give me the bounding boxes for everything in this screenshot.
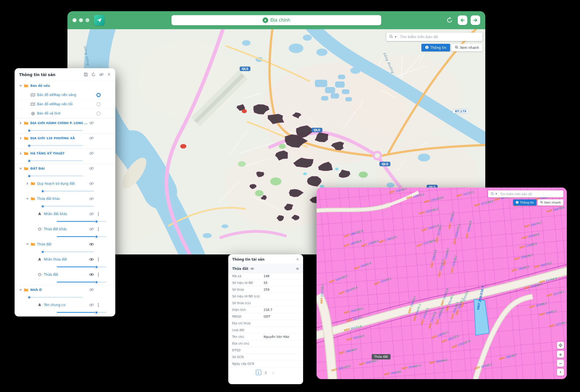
chevron-right-icon[interactable] — [18, 152, 23, 155]
layer-menu-icon[interactable] — [96, 303, 101, 307]
chevron-down-icon[interactable] — [18, 84, 23, 87]
opacity-slider[interactable] — [43, 191, 94, 192]
eye-off-icon[interactable] — [89, 212, 94, 216]
layer-tree-item[interactable]: Bản đồ vệ tinh — [15, 109, 115, 118]
opacity-slider[interactable] — [29, 160, 83, 161]
opacity-slider[interactable] — [43, 251, 94, 252]
eye-icon[interactable] — [250, 267, 254, 270]
window-control-dot[interactable] — [79, 18, 83, 22]
basemap-radio[interactable] — [96, 93, 101, 97]
opacity-slider[interactable] — [57, 312, 106, 313]
layer-tree-item[interactable]: ANhãn thửa đất — [15, 255, 115, 264]
layer-tree-item[interactable]: ĐỊA GIỚI HÀNH CHÍNH P. LONG BIÊN — [15, 118, 115, 127]
opacity-slider[interactable] — [29, 176, 83, 176]
layer-tree-item[interactable]: Thửa đất khác — [15, 194, 115, 203]
slider-handle[interactable] — [28, 144, 31, 147]
search-input[interactable] — [400, 35, 480, 39]
layer-menu-icon[interactable] — [96, 257, 101, 261]
close-icon[interactable]: ✕ — [107, 72, 111, 77]
eye-icon[interactable] — [89, 258, 94, 261]
slider-handle[interactable] — [95, 235, 98, 238]
layer-tree-item[interactable]: ANhãn đất khác — [15, 209, 115, 218]
eye-icon[interactable] — [89, 273, 94, 276]
layer-tree-item[interactable]: NHÀ Ở — [15, 285, 115, 294]
info-button[interactable]: Thông tin — [421, 44, 450, 51]
eye-off-icon[interactable] — [89, 197, 94, 200]
opacity-slider[interactable] — [57, 282, 106, 282]
eye-off-icon[interactable] — [89, 288, 94, 291]
opacity-slider[interactable] — [29, 297, 83, 298]
save-icon[interactable] — [84, 72, 88, 77]
slider-handle[interactable] — [95, 281, 98, 284]
layer-tree-item[interactable]: ATên chung cư — [15, 300, 115, 309]
zoom-out-button[interactable]: − — [557, 360, 564, 367]
chevron-right-icon[interactable] — [25, 182, 30, 185]
slider-handle[interactable] — [28, 159, 31, 162]
opacity-slider[interactable] — [29, 145, 83, 146]
layer-tree-item[interactable]: Thửa đất khác — [15, 224, 115, 234]
search-dropdown-caret-icon[interactable]: ▼ — [495, 193, 497, 195]
eye-off-icon[interactable] — [89, 136, 94, 140]
chevron-down-icon[interactable] — [18, 167, 23, 170]
compass-button[interactable] — [557, 369, 564, 376]
back-button[interactable] — [458, 15, 467, 25]
eye-off-icon[interactable] — [89, 182, 94, 185]
basemap-radio[interactable] — [96, 102, 101, 106]
eye-off-icon[interactable] — [89, 303, 94, 307]
eye-off-icon[interactable] — [89, 227, 94, 231]
cadastral-search-bar[interactable]: ▼ — [488, 190, 563, 197]
opacity-slider[interactable] — [57, 266, 106, 267]
quick-view-button[interactable]: Xem nhanh — [538, 199, 563, 206]
info-button[interactable]: Thông tin — [513, 199, 536, 206]
page-button[interactable]: 2 — [263, 370, 268, 375]
next-page-button[interactable]: › — [270, 370, 276, 375]
opacity-slider[interactable] — [29, 130, 83, 131]
cadastral-map-window[interactable]: ODT 132/98.7ODT 130/74.2ODT 150/223.9ODT… — [317, 188, 567, 379]
layer-tree-item[interactable]: Thửa đất — [15, 240, 115, 249]
eye-off-icon[interactable] — [89, 152, 94, 155]
layer-menu-icon[interactable] — [96, 273, 101, 277]
chevron-right-icon[interactable] — [18, 137, 23, 140]
slider-handle[interactable] — [28, 129, 31, 132]
refresh-button[interactable] — [445, 15, 454, 25]
chevron-right-icon[interactable] — [18, 122, 23, 125]
window-control-dot[interactable] — [85, 18, 89, 22]
layer-tree-item[interactable]: ĐẤT ĐAI — [15, 164, 115, 173]
address-bar[interactable]: Địa chính — [171, 15, 381, 25]
chevron-down-icon[interactable] — [18, 288, 23, 291]
layer-tree-item[interactable]: Thửa đất — [15, 270, 115, 279]
basemap-radio[interactable] — [96, 111, 101, 116]
forward-button[interactable] — [471, 15, 480, 25]
slider-handle[interactable] — [41, 205, 44, 208]
slider-handle[interactable] — [41, 190, 44, 193]
layer-tree-item[interactable]: Bản đồ nền — [15, 81, 115, 90]
chevron-down-icon[interactable] — [25, 243, 30, 246]
layer-tree-item[interactable]: Bản đồ eKMap nền tối — [15, 100, 115, 109]
window-control-dot[interactable] — [73, 18, 76, 22]
search-dropdown-caret-icon[interactable]: ▼ — [395, 36, 396, 38]
zoom-in-button[interactable]: + — [557, 351, 564, 358]
quick-view-button[interactable]: Xem nhanh — [452, 44, 482, 51]
refresh-layers-icon[interactable] — [91, 72, 96, 77]
opacity-slider[interactable] — [43, 206, 94, 207]
layer-tree-item[interactable]: ĐỊA GIỚI 126 PHƯỜNG XÃ — [15, 133, 115, 143]
close-icon[interactable]: ✕ — [296, 257, 299, 261]
opacity-slider[interactable] — [57, 236, 106, 237]
locate-button[interactable] — [557, 342, 564, 349]
page-button[interactable]: 1 — [256, 370, 261, 375]
hide-all-eye-off-icon[interactable] — [99, 72, 104, 77]
chevron-down-icon[interactable] — [25, 197, 30, 200]
slider-handle[interactable] — [95, 220, 98, 223]
opacity-slider[interactable] — [57, 221, 106, 222]
eye-off-icon[interactable] — [89, 167, 94, 170]
eye-off-icon[interactable] — [89, 121, 94, 125]
layer-tree-item[interactable]: Bản đồ eKMap nền sáng — [15, 90, 115, 100]
eye-icon[interactable] — [89, 243, 94, 246]
slider-handle[interactable] — [28, 296, 31, 299]
layer-tree-item[interactable]: HẠ TẦNG KỸ THUẬT — [15, 149, 115, 158]
layer-menu-icon[interactable] — [96, 227, 101, 231]
slider-handle[interactable] — [95, 311, 98, 314]
slider-handle[interactable] — [41, 250, 44, 253]
layer-menu-icon[interactable] — [96, 212, 101, 216]
cadastral-search-input[interactable] — [500, 192, 561, 196]
